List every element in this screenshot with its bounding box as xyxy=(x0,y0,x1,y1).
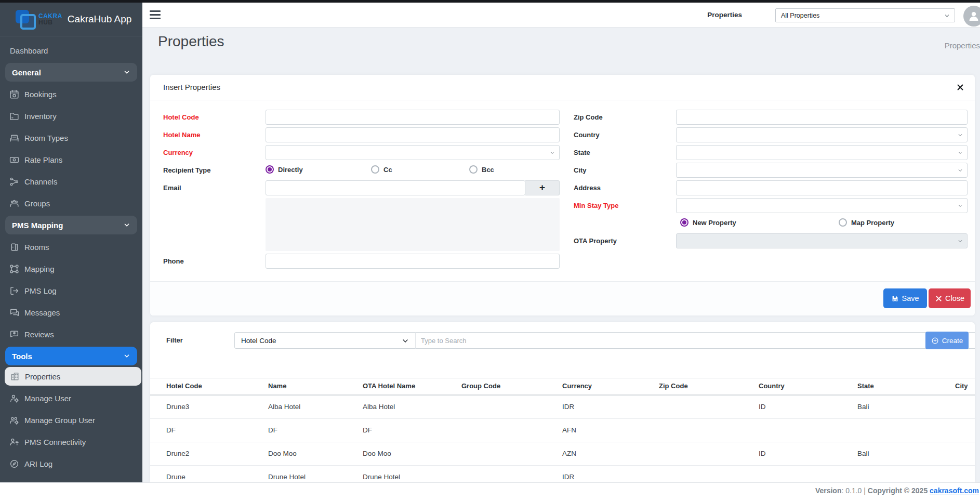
close-button[interactable]: Close xyxy=(929,288,971,308)
property-filter-select[interactable]: All Properties xyxy=(775,8,955,22)
email-list-box[interactable] xyxy=(266,198,560,251)
sidebar-item-bookings[interactable]: Bookings xyxy=(0,83,142,105)
floppy-disk-icon xyxy=(891,295,899,302)
usergear-icon xyxy=(9,393,20,404)
cell-country: ID xyxy=(759,450,766,457)
sidebar-item-ari-log[interactable]: ARI Log xyxy=(0,453,142,475)
city-select[interactable] xyxy=(676,163,968,178)
sidebar-item-rooms[interactable]: Rooms xyxy=(0,236,142,258)
insert-properties-card: Insert Properties Hotel CodeHotel NameCu… xyxy=(150,75,975,315)
chat-icon xyxy=(9,307,20,318)
address-input[interactable] xyxy=(676,180,968,195)
radio-bcc[interactable]: Bcc xyxy=(469,165,494,174)
sidebar-section-general[interactable]: General xyxy=(5,63,137,82)
column-header-country[interactable]: Country xyxy=(759,382,785,390)
field-label-min-stay-type: Min Stay Type xyxy=(574,198,618,213)
save-button[interactable]: Save xyxy=(883,288,927,308)
radio-map-property[interactable]: Map Property xyxy=(839,218,894,227)
column-header-city[interactable]: City xyxy=(955,382,968,390)
sidebar-item-channels[interactable]: Channels xyxy=(0,170,142,192)
field-control xyxy=(676,198,968,213)
ota-property-select[interactable] xyxy=(676,233,968,248)
column-header-hotel-code[interactable]: Hotel Code xyxy=(166,382,202,390)
card-header: Insert Properties xyxy=(150,75,975,100)
signout-icon xyxy=(9,285,20,296)
table-row[interactable]: DruneDrune HotelDrune HotelIDR xyxy=(150,466,975,482)
sidebar-item-properties[interactable]: Properties xyxy=(5,367,141,386)
nav-properties-label: Properties xyxy=(707,11,742,19)
table-row[interactable]: DFDFDFAFN xyxy=(150,419,975,442)
sidebar-item-label: PMS Connectivity xyxy=(24,438,86,446)
cakrasoft-link[interactable]: cakrasoft.com xyxy=(930,486,979,495)
table-header-row: Hotel CodeNameOTA Hotel NameGroup CodeCu… xyxy=(150,378,975,396)
currency-select[interactable] xyxy=(266,145,560,160)
zip-code-input[interactable] xyxy=(676,110,968,125)
field-label-phone: Phone xyxy=(163,254,184,269)
bed-icon xyxy=(9,133,20,143)
column-header-name[interactable]: Name xyxy=(268,382,286,390)
radio-cc[interactable]: Cc xyxy=(371,165,392,174)
sidebar-item-manage-group-user[interactable]: Manage Group User xyxy=(0,409,142,431)
sidebar-item-messages[interactable]: Messages xyxy=(0,301,142,323)
sidebar-item-reviews[interactable]: Reviews xyxy=(0,323,142,345)
cell-name: Alba Hotel xyxy=(268,403,300,411)
column-header-zip-code[interactable]: Zip Code xyxy=(659,382,688,390)
sidebar-item-mapping[interactable]: Mapping xyxy=(0,258,142,280)
folder-icon xyxy=(9,111,20,122)
field-control xyxy=(266,145,560,160)
radio-new-property[interactable]: New Property xyxy=(680,218,736,227)
field-control xyxy=(676,233,968,248)
field-label-address: Address xyxy=(574,180,601,195)
search-input[interactable] xyxy=(415,332,975,349)
hotel-code-input[interactable] xyxy=(266,110,560,125)
add-email-button[interactable]: + xyxy=(525,180,560,195)
column-header-state[interactable]: State xyxy=(857,382,874,390)
country-select[interactable] xyxy=(676,127,968,142)
table-row[interactable]: Drune3Alba HotelAlba HotelIDRIDBali xyxy=(150,396,975,419)
form-row-hotel-name: Hotel Name xyxy=(150,127,561,142)
logo-row[interactable]: CAKRA HUB CakraHub App xyxy=(0,3,142,36)
logo-wordmark: CAKRA HUB xyxy=(38,13,62,25)
network-icon xyxy=(9,176,20,187)
sidebar-item-inventory[interactable]: Inventory xyxy=(0,105,142,127)
breadcrumb[interactable]: Properties xyxy=(945,41,980,50)
hamburger-menu-icon[interactable] xyxy=(150,10,161,19)
sidebar-item-pms-log[interactable]: PMS Log xyxy=(0,280,142,301)
review-icon xyxy=(9,329,20,340)
chevron-down-icon xyxy=(123,352,130,360)
nodes-icon xyxy=(9,264,20,274)
table-row[interactable]: Drune2Doo MooDoo MooAZNIDBali xyxy=(150,442,975,466)
sidebar-item-manage-user[interactable]: Manage User xyxy=(0,387,142,409)
cell-name: Doo Moo xyxy=(268,450,297,457)
people-icon xyxy=(9,198,20,209)
sidebar-item-dashboard[interactable]: Dashboard xyxy=(0,40,142,61)
close-icon[interactable] xyxy=(956,83,964,91)
sidebar-item-rate-plans[interactable]: Rate Plans xyxy=(0,149,142,170)
email-input[interactable] xyxy=(266,180,525,195)
create-button-label: Create xyxy=(942,337,963,345)
hotel-name-input[interactable] xyxy=(266,127,560,142)
sidebar-item-label: Messages xyxy=(24,308,60,317)
radio-directly[interactable]: Directly xyxy=(266,165,303,174)
sidebar-section-pms-mapping[interactable]: PMS Mapping xyxy=(5,216,137,234)
phone-input[interactable] xyxy=(266,254,560,269)
form-row-address: Address xyxy=(561,180,975,195)
user-avatar[interactable] xyxy=(963,6,980,27)
form-right-column: Zip CodeCountryStateCityAddressMin Stay … xyxy=(561,110,975,251)
sidebar-item-pms-connectivity[interactable]: PMS Connectivity xyxy=(0,431,142,453)
sidebar-item-label: Rate Plans xyxy=(24,155,62,164)
version-value: 0.1.0 xyxy=(845,486,862,495)
column-header-currency[interactable]: Currency xyxy=(562,382,592,390)
sidebar-section-tools[interactable]: Tools xyxy=(5,347,137,365)
sidebar-item-room-types[interactable]: Room Types xyxy=(0,127,142,149)
property-filter-select-value: All Properties xyxy=(781,12,819,19)
min-stay-type-select[interactable] xyxy=(676,198,968,213)
sidebar-item-groups[interactable]: Groups xyxy=(0,192,142,214)
userplug-icon xyxy=(9,437,20,448)
create-button[interactable]: Create xyxy=(925,332,969,349)
sidebar-item-log-email[interactable]: Log Email xyxy=(0,475,142,482)
state-select[interactable] xyxy=(676,145,968,160)
column-header-group-code[interactable]: Group Code xyxy=(461,382,500,390)
filter-column-select[interactable]: Hotel Code xyxy=(234,332,416,349)
column-header-ota-hotel-name[interactable]: OTA Hotel Name xyxy=(363,382,415,390)
